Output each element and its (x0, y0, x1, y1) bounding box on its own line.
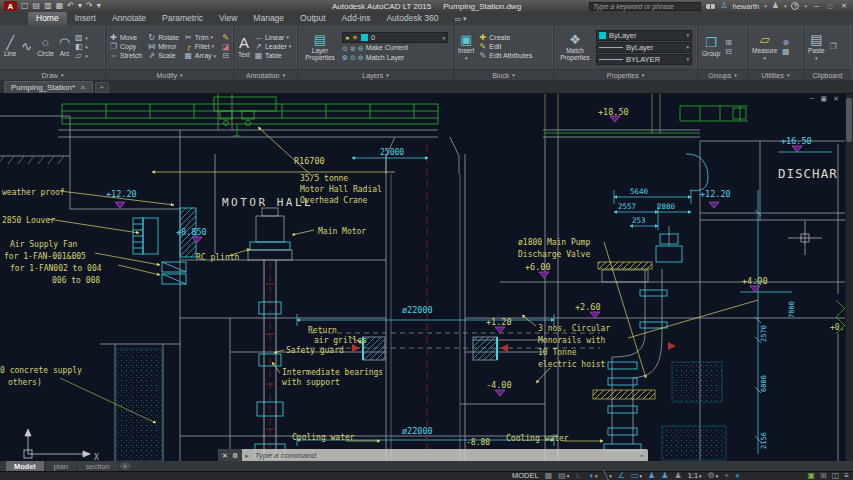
tab-annotate[interactable]: Annotate (104, 12, 154, 25)
explode-button[interactable]: ⊟ (221, 52, 230, 60)
annotation-visibility-icon[interactable]: ♟ (648, 472, 655, 480)
panel-label-groups[interactable]: Groups▾ (698, 69, 747, 80)
tab-view[interactable]: View (211, 12, 245, 25)
file-tab-pumping-station[interactable]: Pumping_Station*✕ (4, 81, 93, 93)
command-close-icon[interactable]: ✕ (222, 452, 228, 460)
line-button[interactable]: ╱Line (3, 36, 17, 57)
tab-addins[interactable]: Add-ins (334, 12, 379, 25)
group-edit-button[interactable]: ⊞ (724, 39, 733, 47)
workspace-gear-icon[interactable]: ⚙▾ (708, 472, 719, 480)
erase-button[interactable]: ◪ (221, 43, 230, 51)
panel-label-annotation[interactable]: Annotation▾ (234, 69, 297, 80)
command-line-bar[interactable]: ✕ ⚙ ▸ Type a command ▪ (218, 449, 648, 461)
customize-plus-icon[interactable]: + (724, 472, 729, 480)
id-point-button[interactable]: ⊕ (781, 39, 790, 47)
tab-insert[interactable]: Insert (67, 12, 104, 25)
panel-label-modify[interactable]: Modify▾ (106, 69, 233, 80)
snap-mode-icon[interactable]: ▤▾ (558, 472, 569, 480)
command-options-icon[interactable]: ▪ (641, 452, 643, 459)
leader-button[interactable]: ↗Leader▾ (254, 43, 291, 51)
trim-button[interactable]: ✂Trim▾ (184, 34, 216, 42)
tab-home[interactable]: Home (28, 12, 67, 25)
signin-caret-icon[interactable]: ▾ (764, 4, 767, 9)
linear-dimension-button[interactable]: ↔Linear▾ (254, 34, 291, 42)
insert-button[interactable]: ▣Insert▾ (457, 33, 475, 60)
plot-icon[interactable]: ▦ (56, 2, 64, 10)
customization-menu-icon[interactable]: ≡ (844, 472, 849, 480)
file-tab-close-icon[interactable]: ✕ (80, 84, 86, 92)
panel-label-clipboard[interactable]: Clipboard (804, 69, 851, 80)
move-button[interactable]: ✚Move (109, 34, 142, 42)
tab-manage[interactable]: Manage (245, 12, 292, 25)
tab-output[interactable]: Output (292, 12, 334, 25)
vertical-scrollbar[interactable] (845, 94, 853, 461)
edit-block-button[interactable]: ✎Edit (478, 43, 532, 51)
new-drawing-tab-button[interactable]: + (95, 82, 109, 93)
make-current-button[interactable]: ⊙ ⊘ ⊖ Make Current (342, 44, 450, 52)
new-file-icon[interactable]: ▢ (21, 2, 29, 10)
array-button[interactable]: ▦Array▾ (184, 52, 216, 60)
isometric-drafting-icon[interactable]: ╲▾ (604, 472, 612, 480)
quick-calc-button[interactable]: ▦ (781, 48, 790, 56)
clean-screen-icon[interactable]: ● (735, 472, 740, 480)
help-caret-icon[interactable]: ▾ (804, 4, 807, 9)
linetype-dropdown[interactable]: ByLayer▾ (596, 42, 692, 53)
a360-icon[interactable]: ♟ (772, 2, 779, 10)
tab-parametric[interactable]: Parametric (154, 12, 211, 25)
gradient-button[interactable]: ◧▾ (74, 43, 88, 51)
stretch-button[interactable]: ⇔Stretch (109, 52, 142, 60)
command-input[interactable]: Type a command (249, 451, 316, 460)
layout-tab-section[interactable]: section (78, 461, 118, 471)
osnap-tracking-icon[interactable]: ∠ (618, 472, 625, 480)
copy-button[interactable]: ❐Copy (109, 43, 142, 51)
match-properties-button[interactable]: ❖Match Properties (557, 33, 593, 61)
boundary-button[interactable]: ▱▾ (74, 52, 88, 60)
rotate-button[interactable]: ↻Rotate (147, 34, 179, 42)
maximize-button[interactable]: □ (826, 3, 834, 10)
performance-icon[interactable]: ▣ (808, 472, 816, 480)
text-button[interactable]: AText (237, 35, 251, 58)
a360-caret-icon[interactable]: ▾ (784, 4, 787, 9)
layout-tab-model[interactable]: Model (6, 461, 44, 471)
redo-caret-icon[interactable]: ▾ (97, 2, 101, 10)
help-icon[interactable]: ? (791, 2, 799, 10)
table-button[interactable]: ▦Table (254, 52, 291, 60)
open-file-icon[interactable]: ▤ (33, 2, 41, 10)
undo-icon[interactable]: ↶ (67, 2, 74, 10)
cad-drawing[interactable]: weather proof2850 LouverAir Supply Fanfo… (0, 94, 853, 461)
save-icon[interactable]: ▥ (44, 2, 52, 10)
drawing-window-controls[interactable]: ─ ▣ ✕ (810, 95, 841, 103)
object-snap-icon[interactable]: ▭▾ (631, 472, 642, 480)
redo-icon[interactable]: ↷ (86, 2, 93, 10)
autoscale-icon[interactable]: ♟ (661, 472, 668, 480)
grid-icon[interactable]: ▦ (545, 472, 553, 480)
layout-tab-plan[interactable]: plan (46, 461, 76, 471)
match-layer-button[interactable]: ⊚ ⊙ ⊖ Match Layer (342, 54, 450, 62)
layer-dropdown[interactable]: ● ✳ 0 ▾ (342, 32, 448, 43)
panel-label-block[interactable]: Block▾ (454, 69, 553, 80)
panel-label-draw[interactable]: Draw▾ (0, 69, 105, 80)
panel-label-layers[interactable]: Layers▾ (298, 69, 453, 80)
scrollbar-thumb[interactable] (846, 98, 852, 142)
lineweight-dropdown[interactable]: BYLAYER▾ (596, 54, 692, 65)
tab-autodesk360[interactable]: Autodesk 360 (378, 12, 446, 25)
panel-label-utilities[interactable]: Utilities▾ (748, 69, 803, 80)
signin-username[interactable]: hewarth (733, 2, 760, 11)
polyline-button[interactable]: ∿Polyline (20, 40, 33, 54)
measure-button[interactable]: ▱Measure▾ (751, 33, 778, 60)
ribbon-minimize-icon[interactable]: ▭ ▾ (454, 15, 466, 25)
object-color-dropdown[interactable]: ByLayer▾ (596, 30, 692, 41)
search-icon[interactable] (706, 4, 715, 9)
ortho-icon[interactable]: ∟ (575, 472, 583, 480)
arc-button[interactable]: ◠Arc (58, 36, 71, 57)
mirror-button[interactable]: ⋈Mirror (147, 43, 179, 51)
group-button[interactable]: ❒Group (701, 36, 721, 57)
edit-polyline-button[interactable]: ✎ (221, 34, 230, 42)
fillet-button[interactable]: ╭Fillet▾ (184, 43, 216, 51)
create-block-button[interactable]: ✚Create (478, 34, 532, 42)
undo-caret-icon[interactable]: ▾ (78, 2, 82, 10)
scale-button[interactable]: ⇗Scale (147, 52, 179, 60)
copy-clip-button[interactable]: ❐ (829, 43, 838, 51)
command-customize-icon[interactable]: ⚙ (232, 452, 238, 460)
annotation-scale-icon[interactable]: ♟ (674, 472, 681, 480)
